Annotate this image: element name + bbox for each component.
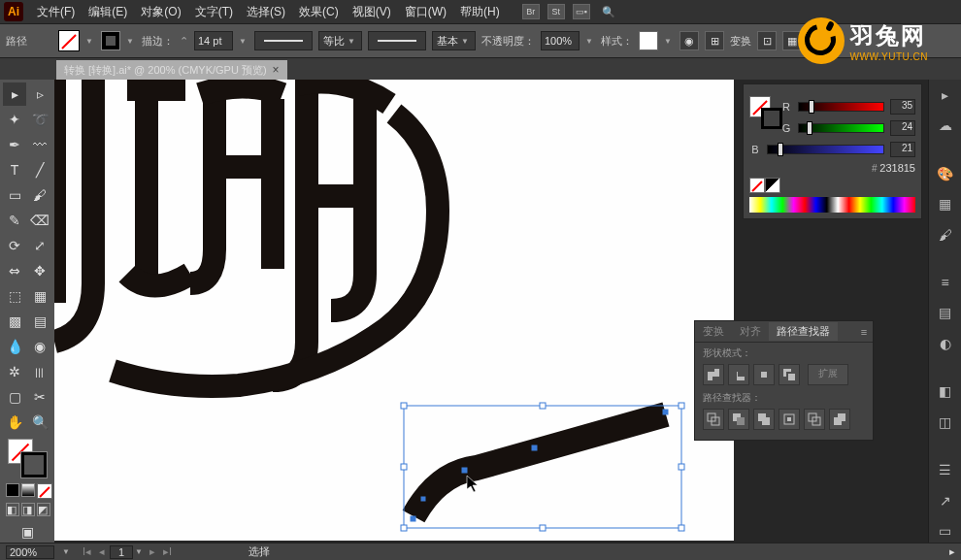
draw-normal-icon[interactable]: ◧ [6,503,19,516]
pf-tab-align[interactable]: 对齐 [732,322,769,341]
isolate-icon[interactable]: ⊡ [757,31,777,50]
panel-transparency-icon[interactable]: ◐ [934,332,957,355]
pf-tab-pathfinder[interactable]: 路径查找器 [769,322,838,341]
tool-shape-builder[interactable]: ⬚ [3,284,26,308]
panel-brushes-icon[interactable]: 🖌 [934,223,957,247]
tool-blend[interactable]: ◉ [28,335,51,358]
color-panel[interactable]: R 35 G 24 B 21 # 231815 [743,83,922,219]
nav-last-icon[interactable]: ▸I [160,545,175,558]
cp-b-slider[interactable] [767,145,884,154]
variable-width-profile[interactable] [254,31,313,50]
tool-hand[interactable]: ✋ [3,411,26,434]
menu-help[interactable]: 帮助(H) [454,2,506,22]
zoom-input[interactable]: 200% [6,545,54,559]
stock-button[interactable]: St [547,4,565,19]
pf-exclude-icon[interactable] [779,364,800,385]
pf-minus-back-icon[interactable] [829,409,850,430]
panel-color-icon[interactable]: 🎨 [934,162,957,185]
pf-menu-icon[interactable]: ≡ [855,326,873,338]
tool-type[interactable]: T [3,158,26,181]
mini-color-icon[interactable] [6,483,19,497]
nav-next-icon[interactable]: ▸ [147,545,158,558]
transform-label[interactable]: 变换 [730,34,751,49]
fill-swatch[interactable] [58,30,80,51]
stroke-proxy-icon[interactable] [21,452,47,478]
tool-free-transform[interactable]: ✥ [28,259,51,282]
extra-icon[interactable]: ▦ [782,31,802,50]
panel-artboards-icon[interactable]: ▭ [934,519,957,543]
nav-first-icon[interactable]: I◂ [80,545,94,558]
stroke-weight-dropdown-icon[interactable]: ▼ [239,37,249,46]
menu-select[interactable]: 选择(S) [241,2,291,22]
pf-divide-icon[interactable] [703,409,724,430]
recolor-icon[interactable]: ◉ [679,31,699,50]
pf-outline-icon[interactable] [804,409,825,430]
panel-libraries-icon[interactable]: ☁ [934,115,957,138]
search-icon[interactable]: 🔍 [595,4,622,19]
tool-curvature[interactable]: 〰 [28,133,51,156]
tool-gradient[interactable]: ▤ [28,310,51,333]
tool-paintbrush[interactable]: 🖌 [28,183,51,207]
menu-file[interactable]: 文件(F) [31,2,81,22]
panel-layers-icon[interactable]: ☰ [934,458,957,481]
tool-slice[interactable]: ✂ [28,385,51,409]
pf-merge-icon[interactable] [753,409,775,430]
pf-tab-transform[interactable]: 变换 [695,322,732,341]
menu-effect[interactable]: 效果(C) [293,2,345,22]
pf-trim-icon[interactable] [728,409,749,430]
pathfinder-panel[interactable]: 变换 对齐 路径查找器 ≡ 形状模式： 扩展 路径查找器： [694,320,874,441]
tool-graph[interactable]: ⫼ [28,360,51,383]
tool-rotate[interactable]: ⟳ [3,234,26,257]
stroke-decrement-icon[interactable]: ⌃ [180,35,188,48]
cp-stroke-icon[interactable] [761,108,782,129]
tool-eyedropper[interactable]: 💧 [3,335,26,358]
stroke-weight-input[interactable] [194,31,233,50]
screen-mode-icon[interactable]: ▣ [16,520,39,544]
tool-artboard[interactable]: ▢ [3,385,26,409]
close-icon[interactable]: × [273,63,280,77]
menu-view[interactable]: 视图(V) [347,2,397,22]
status-more-icon[interactable]: ▸ [949,545,955,558]
zoom-dropdown-icon[interactable]: ▼ [62,547,72,556]
opacity-input[interactable] [541,31,580,50]
tool-rectangle[interactable]: ▭ [3,183,26,207]
fill-dropdown-icon[interactable]: ▼ [85,37,95,46]
pf-unite-icon[interactable] [703,364,724,385]
cp-g-value[interactable]: 24 [890,120,915,136]
tool-width[interactable]: ⇔ [3,259,26,282]
brush-select[interactable]: 基本▼ [432,31,476,50]
tool-selection[interactable]: ▸ [3,82,26,106]
pf-minus-front-icon[interactable] [728,364,749,385]
cp-none-swatch[interactable] [749,178,765,193]
panel-stroke-icon[interactable]: ≡ [934,271,957,294]
stroke-dropdown-icon[interactable]: ▼ [126,37,136,46]
panel-appearance-icon[interactable]: ◧ [934,380,957,404]
tool-perspective[interactable]: ▦ [28,284,51,308]
tool-pencil[interactable]: ✎ [3,209,26,232]
cp-g-slider[interactable] [798,123,884,133]
stroke-swatch[interactable] [101,31,120,50]
panel-graphic-styles-icon[interactable]: ◫ [934,411,957,434]
draw-inside-icon[interactable]: ◩ [37,503,50,516]
nav-prev-icon[interactable]: ◂ [96,545,108,558]
cp-spectrum[interactable] [749,197,915,213]
pf-intersect-icon[interactable] [753,364,775,385]
tool-zoom[interactable]: 🔍 [28,411,51,434]
cp-hex-value[interactable]: # 231815 [749,162,915,174]
align-icon[interactable]: ⊞ [705,31,724,50]
tool-direct-select[interactable]: ▹ [28,82,51,106]
menu-object[interactable]: 对象(O) [135,2,186,22]
artboard-dropdown-icon[interactable]: ▼ [135,547,145,556]
cp-b-value[interactable]: 21 [890,142,915,157]
panel-properties-icon[interactable]: ▸ [934,83,957,107]
cp-bw-swatch[interactable] [765,178,780,193]
menu-window[interactable]: 窗口(W) [399,2,452,22]
artboard-number[interactable]: 1 [110,545,133,559]
bridge-button[interactable]: Br [522,4,540,19]
profile-select[interactable]: 等比▼ [318,31,362,50]
mini-none-icon[interactable] [37,483,52,499]
fill-stroke-proxy[interactable] [8,439,47,478]
tool-pen[interactable]: ✒ [3,133,26,156]
panel-swatches-icon[interactable]: ▦ [934,192,957,215]
tool-magic-wand[interactable]: ✦ [3,108,26,131]
